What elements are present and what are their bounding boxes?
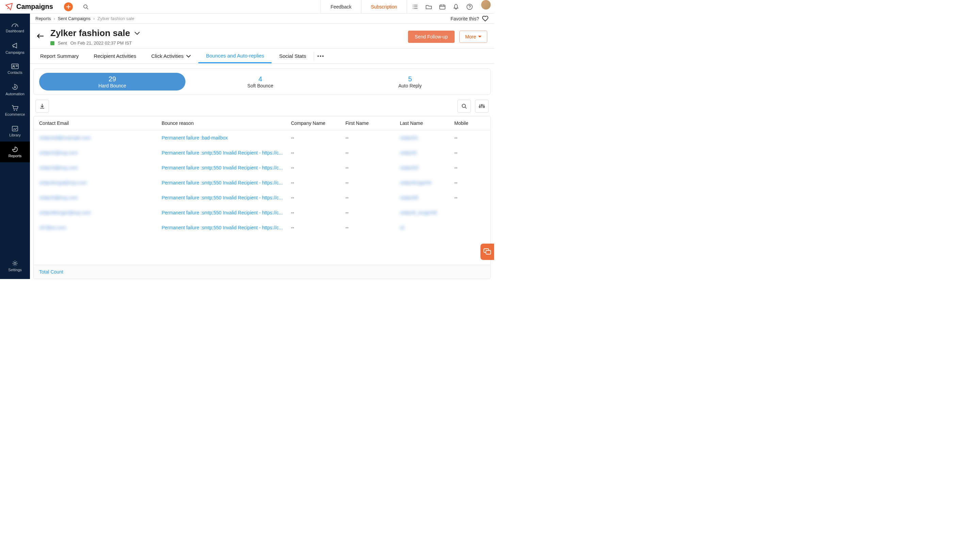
sidebar-label: Ecommerce xyxy=(5,112,25,117)
table-row[interactable]: redacted@example.comPermanent failure :b… xyxy=(34,130,490,145)
sidebar-label: Campaigns xyxy=(5,50,25,54)
table-row[interactable]: redact2@exp.comPermanent failure :smtp;5… xyxy=(34,145,490,160)
back-button[interactable] xyxy=(37,33,44,40)
tab-overflow-button[interactable] xyxy=(314,51,327,61)
table-row[interactable]: redact3@exp.comPermanent failure :smtp;5… xyxy=(34,160,490,175)
chat-icon xyxy=(484,248,491,255)
cell-mobile: -- xyxy=(454,165,481,171)
cell-last: redac02 xyxy=(400,150,454,156)
cell-reason[interactable]: Permanent failure :bad-mailbox xyxy=(162,135,291,141)
chevron-right-icon: › xyxy=(93,16,95,21)
notifications-button[interactable] xyxy=(449,0,463,14)
bell-icon xyxy=(453,4,459,10)
more-horizontal-icon xyxy=(317,56,323,57)
pill-label: Soft Bounce xyxy=(247,83,273,89)
list-view-button[interactable] xyxy=(408,0,422,14)
send-followup-button[interactable]: Send Follow-up xyxy=(408,31,455,43)
chat-fab[interactable] xyxy=(481,244,494,260)
help-button[interactable] xyxy=(463,0,476,14)
pill-soft-bounce[interactable]: 4 Soft Bounce xyxy=(185,73,335,90)
table-row[interactable]: redact5@exp.comPermanent failure :smtp;5… xyxy=(34,190,490,205)
download-button[interactable] xyxy=(35,100,49,113)
more-button[interactable]: More xyxy=(460,31,487,43)
th-first[interactable]: First Name xyxy=(345,120,400,126)
cell-reason[interactable]: Permanent failure :smtp;550 Invalid Reci… xyxy=(162,165,291,171)
th-company[interactable]: Company Name xyxy=(291,120,345,126)
sidebar-item-reports[interactable]: Reports xyxy=(0,141,30,162)
subscription-link[interactable]: Subscription xyxy=(361,0,407,13)
cell-email: redact5@exp.com xyxy=(39,195,162,200)
cell-reason[interactable]: Permanent failure :smtp;550 Invalid Reci… xyxy=(162,150,291,156)
table-row[interactable]: rd7@ex.comPermanent failure :smtp;550 In… xyxy=(34,220,490,235)
th-reason[interactable]: Bounce reason xyxy=(162,120,291,126)
sidebar-label: Library xyxy=(9,133,21,137)
cell-email: redactlong4@exp.com xyxy=(39,180,162,185)
search-button[interactable] xyxy=(80,1,92,13)
tab-social-stats[interactable]: Social Stats xyxy=(272,49,314,63)
cell-reason[interactable]: Permanent failure :smtp;550 Invalid Reci… xyxy=(162,225,291,230)
gear-icon xyxy=(12,260,18,266)
table-body[interactable]: redacted@example.comPermanent failure :b… xyxy=(34,130,490,265)
sidebar-item-campaigns[interactable]: Campaigns xyxy=(0,38,30,59)
sidebar-item-automation[interactable]: Automation xyxy=(0,79,30,100)
table-row[interactable]: redactlong4@exp.comPermanent failure :sm… xyxy=(34,175,490,190)
cell-company: -- xyxy=(291,180,345,185)
cell-company: -- xyxy=(291,210,345,215)
th-email[interactable]: Contact Email xyxy=(39,120,162,126)
search-icon xyxy=(83,4,89,10)
sidebar-item-library[interactable]: Library xyxy=(0,121,30,141)
feedback-link[interactable]: Feedback xyxy=(320,0,361,13)
app-title: Campaigns xyxy=(16,3,53,11)
cell-reason[interactable]: Permanent failure :smtp;550 Invalid Reci… xyxy=(162,195,291,200)
caret-down-icon xyxy=(478,36,481,38)
th-last[interactable]: Last Name xyxy=(400,120,454,126)
cell-email: redact3@exp.com xyxy=(39,165,162,171)
sidebar-item-contacts[interactable]: Contacts xyxy=(0,59,30,79)
user-avatar[interactable] xyxy=(481,0,491,10)
help-icon xyxy=(466,4,473,10)
pill-hard-bounce[interactable]: 29 Hard Bounce xyxy=(39,73,185,90)
svg-point-9 xyxy=(14,262,16,264)
cell-email: redacted@example.com xyxy=(39,135,162,141)
tab-bounces[interactable]: Bounces and Auto-replies xyxy=(199,49,272,63)
app-logo[interactable]: Campaigns xyxy=(5,2,53,11)
cell-company: -- xyxy=(291,165,345,171)
chevron-down-icon[interactable] xyxy=(134,31,140,35)
crumb-reports[interactable]: Reports xyxy=(35,16,51,21)
folder-icon xyxy=(426,5,432,9)
pill-auto-reply[interactable]: 5 Auto Reply xyxy=(335,73,485,90)
sidebar-item-ecommerce[interactable]: Ecommerce xyxy=(0,100,30,121)
cell-reason[interactable]: Permanent failure :smtp;550 Invalid Reci… xyxy=(162,180,291,185)
title-block: Zylker fashion sale Sent On Feb 21, 2022… xyxy=(50,28,140,46)
table-search-button[interactable] xyxy=(457,100,471,113)
sidebar-item-dashboard[interactable]: Dashboard xyxy=(0,17,30,38)
calendar-button[interactable] xyxy=(435,0,449,14)
chevron-down-icon xyxy=(186,55,191,57)
favorite-toggle[interactable]: Favorite this? xyxy=(451,16,489,22)
table-row[interactable]: redact6longer@exp.comPermanent failure :… xyxy=(34,205,490,220)
content: 29 Hard Bounce 4 Soft Bounce 5 Auto Repl… xyxy=(30,64,494,279)
search-icon xyxy=(461,103,467,109)
sidebar-label: Reports xyxy=(8,154,22,158)
cell-reason[interactable]: Permanent failure :smtp;550 Invalid Reci… xyxy=(162,210,291,215)
svg-point-13 xyxy=(462,104,466,108)
tab-click-activities[interactable]: Click Activities xyxy=(144,49,199,63)
topbar-left: Campaigns xyxy=(0,1,92,13)
cell-company: -- xyxy=(291,195,345,200)
add-button[interactable] xyxy=(64,2,73,11)
crumb-sent-campaigns[interactable]: Sent Campaigns xyxy=(58,16,90,21)
svg-rect-1 xyxy=(440,5,445,9)
filter-button[interactable] xyxy=(475,100,489,113)
cell-last: redact01 xyxy=(400,135,454,141)
campaign-title: Zylker fashion sale xyxy=(50,28,140,38)
th-mobile[interactable]: Mobile xyxy=(454,120,481,126)
more-label: More xyxy=(465,34,476,39)
reports-icon xyxy=(12,146,18,153)
total-count-link[interactable]: Total Count xyxy=(34,265,490,279)
tab-recipient-activities[interactable]: Recipient Activities xyxy=(86,49,144,63)
folder-button[interactable] xyxy=(422,0,435,14)
bounce-table: Contact Email Bounce reason Company Name… xyxy=(33,116,491,279)
sidebar-label: Automation xyxy=(5,92,25,96)
sidebar-item-settings[interactable]: Settings xyxy=(0,256,30,276)
tab-report-summary[interactable]: Report Summary xyxy=(33,49,86,63)
